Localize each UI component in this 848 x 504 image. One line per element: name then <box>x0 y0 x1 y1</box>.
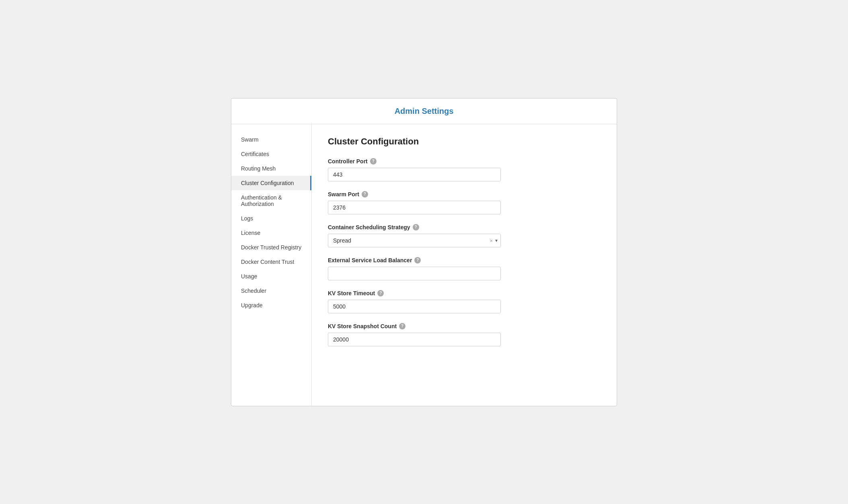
select-arrow-container-scheduling-strategy[interactable]: ▾ <box>495 238 498 243</box>
label-controller-port: Controller Port ? <box>328 158 601 165</box>
help-icon-controller-port[interactable]: ? <box>370 158 377 165</box>
sidebar-item-logs[interactable]: Logs <box>231 211 311 226</box>
input-kv-store-timeout[interactable] <box>328 300 501 313</box>
form-group-kv-store-snapshot-count: KV Store Snapshot Count ? <box>328 323 601 346</box>
sidebar-item-docker-content-trust[interactable]: Docker Content Trust <box>231 255 311 269</box>
form-group-external-service-load-balancer: External Service Load Balancer ? <box>328 257 601 280</box>
sidebar-item-upgrade[interactable]: Upgrade <box>231 298 311 313</box>
help-icon-kv-store-snapshot-count[interactable]: ? <box>399 323 405 329</box>
label-external-service-load-balancer: External Service Load Balancer ? <box>328 257 601 263</box>
page-body: SwarmCertificatesRouting MeshCluster Con… <box>231 124 617 406</box>
sidebar-item-authentication-authorization[interactable]: Authentication & Authorization <box>231 190 311 211</box>
admin-settings-container: Admin Settings SwarmCertificatesRouting … <box>231 98 617 406</box>
label-kv-store-snapshot-count: KV Store Snapshot Count ? <box>328 323 601 329</box>
page-header-title: Admin Settings <box>395 107 454 115</box>
sidebar-item-scheduler[interactable]: Scheduler <box>231 284 311 298</box>
label-kv-store-timeout: KV Store Timeout ? <box>328 290 601 296</box>
sidebar-item-docker-trusted-registry[interactable]: Docker Trusted Registry <box>231 240 311 255</box>
form-group-controller-port: Controller Port ? <box>328 158 601 181</box>
sidebar-item-cluster-configuration[interactable]: Cluster Configuration <box>231 176 311 190</box>
sidebar-item-routing-mesh[interactable]: Routing Mesh <box>231 161 311 176</box>
help-icon-container-scheduling-strategy[interactable]: ? <box>413 224 419 230</box>
form-group-swarm-port: Swarm Port ? <box>328 191 601 214</box>
input-swarm-port[interactable] <box>328 201 501 214</box>
page-title: Cluster Configuration <box>328 136 601 147</box>
label-container-scheduling-strategy: Container Scheduling Strategy ? <box>328 224 601 230</box>
select-value-container-scheduling-strategy: Spread <box>333 237 351 244</box>
sidebar-item-swarm[interactable]: Swarm <box>231 132 311 147</box>
help-icon-swarm-port[interactable]: ? <box>362 191 368 197</box>
select-wrapper-container-scheduling-strategy: Spread×▾ <box>328 234 501 247</box>
sidebar-item-license[interactable]: License <box>231 226 311 240</box>
form-group-container-scheduling-strategy: Container Scheduling Strategy ?Spread×▾ <box>328 224 601 247</box>
input-kv-store-snapshot-count[interactable] <box>328 333 501 346</box>
select-clear-container-scheduling-strategy[interactable]: × <box>490 237 493 243</box>
select-controls-container-scheduling-strategy: ×▾ <box>490 237 498 243</box>
help-icon-external-service-load-balancer[interactable]: ? <box>414 257 421 263</box>
form-group-kv-store-timeout: KV Store Timeout ? <box>328 290 601 313</box>
sidebar: SwarmCertificatesRouting MeshCluster Con… <box>231 124 312 406</box>
input-external-service-load-balancer[interactable] <box>328 267 501 280</box>
select-container-scheduling-strategy[interactable]: Spread×▾ <box>328 234 501 247</box>
sidebar-item-usage[interactable]: Usage <box>231 269 311 284</box>
main-content: Cluster Configuration Controller Port ?S… <box>312 124 617 406</box>
help-icon-kv-store-timeout[interactable]: ? <box>377 290 384 296</box>
page-header: Admin Settings <box>231 99 617 124</box>
input-controller-port[interactable] <box>328 168 501 181</box>
sidebar-item-certificates[interactable]: Certificates <box>231 147 311 161</box>
label-swarm-port: Swarm Port ? <box>328 191 601 197</box>
